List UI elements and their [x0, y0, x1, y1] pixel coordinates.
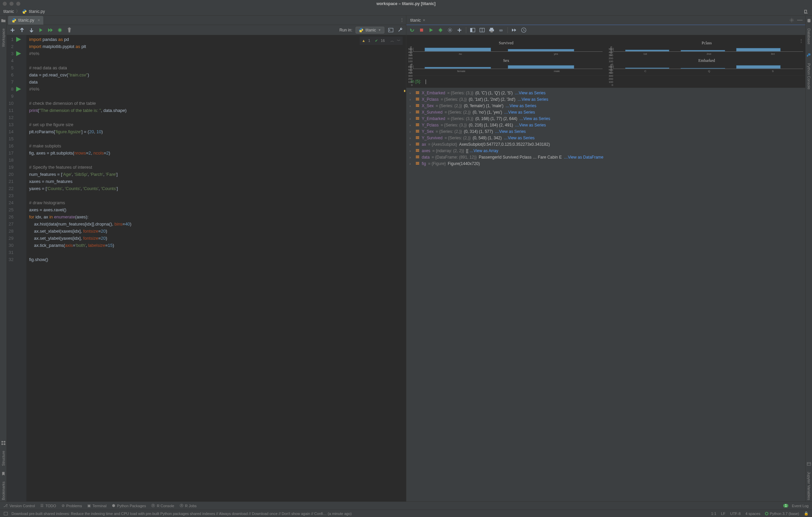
- move-up-icon[interactable]: [19, 27, 25, 33]
- lock-icon[interactable]: 🔒: [804, 511, 809, 516]
- code-editor[interactable]: 1234567891011121314151617181920212223242…: [7, 35, 406, 501]
- workspace-tab[interactable]: Workspace: [1, 27, 5, 48]
- terminal-tab[interactable]: ▣Terminal: [87, 503, 107, 508]
- variable-value: (0, 216) (1, 184) (2, 491): [469, 123, 513, 127]
- restart-kernel-icon[interactable]: [409, 27, 415, 33]
- delete-cell-icon[interactable]: [66, 27, 72, 33]
- r-jobs-tab[interactable]: ⓇR Jobs: [180, 503, 197, 508]
- variable-row[interactable]: › X_Pclass = {Series: (3,)} (0, '1st') (…: [406, 96, 806, 103]
- jupyter-tab-titanic[interactable]: titanic ×: [406, 17, 429, 25]
- plot-menu-icon[interactable]: ⋮: [799, 39, 803, 43]
- view-as-link[interactable]: …View as Array: [470, 148, 498, 153]
- stop-icon[interactable]: [419, 27, 425, 33]
- variable-row[interactable]: › data = {DataFrame: (891, 12)} Passenge…: [406, 154, 806, 161]
- gear-icon[interactable]: [447, 27, 453, 33]
- svg-rect-40: [416, 145, 419, 145]
- variable-row[interactable]: › X_Embarked = {Series: (3,)} (0, 'C') (…: [406, 90, 806, 96]
- view-as-link[interactable]: …View as Series: [519, 116, 550, 121]
- chevron-down-icon[interactable]: ﹀: [397, 37, 401, 44]
- run-cell-icon[interactable]: [38, 27, 44, 33]
- gear-icon[interactable]: [789, 17, 794, 23]
- svg-rect-37: [416, 138, 419, 139]
- zoom-window-button[interactable]: [16, 2, 20, 6]
- view-as-link[interactable]: …View as Series: [504, 110, 535, 115]
- runin-select[interactable]: titanic ▼: [356, 27, 384, 33]
- wrench-icon[interactable]: [397, 27, 403, 33]
- close-tab-icon[interactable]: ×: [423, 18, 425, 23]
- close-tab-icon[interactable]: ×: [38, 18, 40, 23]
- bar: [736, 65, 781, 69]
- svg-rect-33: [416, 131, 419, 132]
- svg-rect-42: [416, 150, 419, 151]
- debug-cell-icon[interactable]: [57, 27, 63, 33]
- python-packages-tab[interactable]: ⬢Python Packages: [112, 503, 146, 508]
- print-icon[interactable]: [489, 27, 495, 33]
- tool-windows-icon[interactable]: [3, 511, 8, 516]
- variable-row[interactable]: › fig = {Figure} Figure(1440x720): [406, 161, 806, 167]
- structure-tab[interactable]: Structure: [1, 449, 5, 467]
- variable-value: [[ …View as Array: [466, 148, 498, 153]
- run-all-icon[interactable]: [47, 27, 53, 33]
- line-column[interactable]: 1:1: [711, 512, 716, 516]
- minimize-window-button[interactable]: [9, 2, 14, 6]
- console-icon[interactable]: [388, 27, 394, 33]
- view-as-link[interactable]: …View as Series: [515, 123, 546, 127]
- encoding[interactable]: UTF-8: [730, 512, 741, 516]
- pin-icon[interactable]: [803, 9, 809, 14]
- variable-row[interactable]: › axes = {ndarray: (2, 2)} [[ …View as A…: [406, 148, 806, 154]
- tab-overflow-icon[interactable]: ⋮: [400, 18, 404, 22]
- python-console-tab[interactable]: Python Console: [807, 62, 811, 91]
- status-message[interactable]: Download pre-built shared indexes: Reduc…: [12, 512, 708, 516]
- variable-name: Y_Sex: [422, 129, 434, 134]
- indent[interactable]: 4 spaces: [745, 512, 760, 516]
- variable-row[interactable]: › Y_Embarked = {Series: (3,)} (0, 168) (…: [406, 116, 806, 122]
- line-separator[interactable]: LF: [721, 512, 725, 516]
- problems-tab[interactable]: ⊘Problems: [62, 503, 82, 508]
- editor-tab-titanic[interactable]: titanic.py ×: [8, 16, 43, 25]
- variable-row[interactable]: › ax = {AxesSubplot} AxesSubplot(0.54772…: [406, 141, 806, 148]
- breadcrumb-file[interactable]: titanic.py: [29, 9, 45, 14]
- view-as-link[interactable]: …View as DataFrame: [564, 155, 603, 160]
- variables-panel[interactable]: › X_Embarked = {Series: (3,)} (0, 'C') (…: [406, 88, 806, 501]
- minimize-icon[interactable]: —: [797, 17, 803, 23]
- chevron-up-icon[interactable]: ︿: [390, 37, 394, 44]
- chevron-right-icon: ›: [410, 162, 413, 166]
- layout-split-icon[interactable]: [479, 27, 485, 33]
- breadcrumb-root[interactable]: titanic: [3, 9, 14, 14]
- variable-row[interactable]: › X_Sex = {Series: (2,)} (0, 'female') (…: [406, 103, 806, 109]
- view-as-link[interactable]: …View as Series: [504, 136, 535, 140]
- view-as-link[interactable]: …View as Series: [505, 103, 536, 108]
- view-as-link[interactable]: …View as Series: [517, 97, 548, 102]
- variable-row[interactable]: › Y_Sex = {Series: (2,)} (0, 314) (1, 57…: [406, 128, 806, 135]
- breadcrumb[interactable]: titanic 〉 titanic.py: [3, 8, 45, 14]
- jupyter-variables-tab[interactable]: Jupyter Variables: [807, 470, 811, 501]
- event-log-tab[interactable]: Event Log: [792, 504, 809, 508]
- chevron-right-icon: ›: [410, 136, 413, 140]
- variable-row[interactable]: › X_Survived = {Series: (2,)} (0, 'no') …: [406, 109, 806, 116]
- error-stripe-marker[interactable]: [404, 90, 405, 92]
- svg-rect-23: [416, 111, 419, 111]
- svg-rect-1: [388, 28, 393, 32]
- version-control-tab[interactable]: ⎇Version Control: [3, 503, 35, 508]
- run-icon[interactable]: [428, 27, 434, 33]
- variable-row[interactable]: › Y_Survived = {Series: (2,)} (0, 549) (…: [406, 135, 806, 141]
- layout-left-icon[interactable]: [470, 27, 476, 33]
- view-as-link[interactable]: …View as Series: [515, 91, 545, 95]
- database-tab[interactable]: Database: [807, 27, 811, 46]
- add-cell-icon[interactable]: [9, 27, 16, 33]
- r-console-tab[interactable]: ⓇR Console: [151, 503, 174, 508]
- bar: [425, 48, 491, 51]
- close-window-button[interactable]: [3, 2, 7, 6]
- add-icon[interactable]: [456, 27, 463, 33]
- history-icon[interactable]: [521, 27, 527, 33]
- view-as-link[interactable]: …View as Series: [495, 129, 526, 134]
- move-down-icon[interactable]: [28, 27, 35, 33]
- bookmarks-tab[interactable]: Bookmarks: [1, 480, 5, 501]
- infinity-icon[interactable]: ∞: [498, 27, 504, 33]
- variable-row[interactable]: › Y_Pclass = {Series: (3,)} (0, 216) (1,…: [406, 122, 806, 128]
- inspection-status[interactable]: ▲ 1 ✔ 16 ︿ ﹀: [360, 37, 402, 45]
- interpreter-indicator[interactable]: Python 3.7 (base): [765, 512, 799, 516]
- debug-icon[interactable]: [437, 27, 444, 33]
- fast-forward-icon[interactable]: [511, 27, 517, 33]
- todo-tab[interactable]: ☰TODO: [40, 503, 56, 508]
